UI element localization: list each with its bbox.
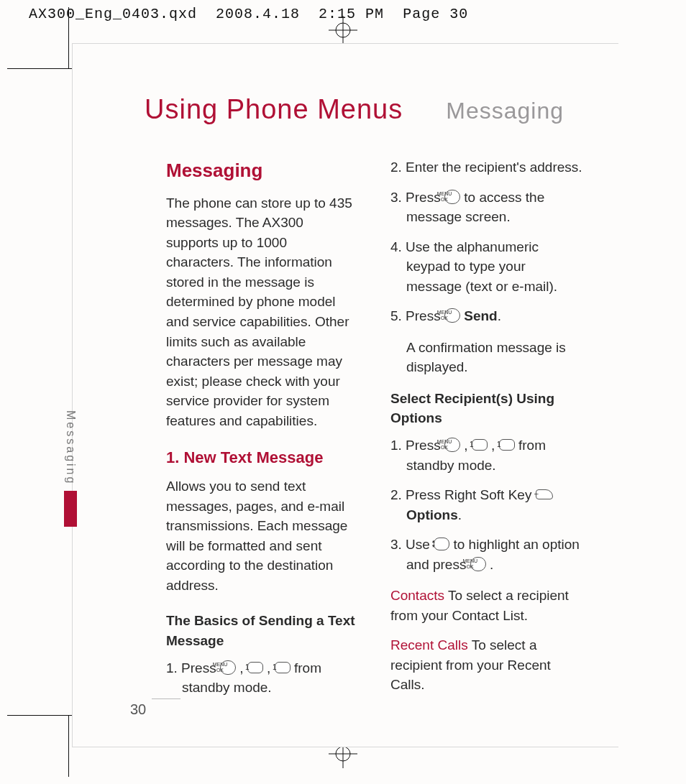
crop-mark — [7, 715, 72, 716]
menu-ok-key-icon: MENUOK — [220, 660, 236, 675]
step: 3. Use to highlight an option and press … — [390, 535, 582, 574]
heading-basics: The Basics of Sending a Text Message — [166, 611, 358, 650]
option-recent-calls: Recent Calls To select a recipient from … — [390, 635, 582, 695]
key-1-icon: 1 — [275, 662, 291, 673]
page-number-rule — [152, 698, 180, 699]
heading-select-recipients: Select Recipient(s) Using Options — [390, 389, 582, 428]
menu-ok-key-icon: MENUOK — [470, 557, 486, 571]
crop-mark — [7, 68, 72, 69]
side-tab: Messaging — [64, 410, 77, 527]
page-subtitle: Messaging — [446, 98, 564, 124]
heading-messaging: Messaging — [166, 157, 358, 185]
menu-ok-key-icon: MENUOK — [444, 190, 460, 204]
key-1-icon: 1 — [499, 439, 515, 451]
menu-ok-key-icon: MENUOK — [444, 308, 460, 323]
step: 4. Use the alphanumeric keypad to type y… — [390, 237, 582, 297]
title-row: Using Phone Menus Messaging — [145, 94, 582, 125]
heading-new-text-message: 1. New Text Message — [166, 446, 358, 469]
meta-filename: AX300_Eng_0403.qxd — [29, 6, 197, 22]
step: 5. Press MENUOK Send. — [390, 306, 582, 326]
column-right: 2. Enter the recipient's address. 3. Pre… — [390, 157, 582, 709]
steps-basics: 1. Press MENUOK , 1 , 1 from standby mod… — [166, 658, 358, 698]
step: 2. Press Right Soft Key Options. — [390, 485, 582, 525]
step: 1. Press MENUOK , 1 , 1 from standby mod… — [390, 435, 582, 475]
key-1-icon: 1 — [472, 439, 488, 451]
right-soft-key-icon — [536, 489, 553, 499]
paragraph: Allows you to send text messages, pages,… — [166, 476, 358, 595]
side-tab-label: Messaging — [64, 410, 77, 485]
step: 2. Enter the recipient's address. — [390, 157, 582, 177]
registration-mark-top — [329, 16, 357, 45]
menu-ok-key-icon: MENUOK — [444, 438, 460, 452]
columns: Messaging The phone can store up to 435 … — [166, 157, 582, 709]
option-label: Contacts — [390, 588, 444, 603]
side-tab-bar — [64, 491, 77, 527]
content-frame: Messaging Using Phone Menus Messaging Me… — [72, 43, 618, 747]
nav-up-down-key-icon — [434, 538, 449, 550]
steps-basics-cont: 2. Enter the recipient's address. 3. Pre… — [390, 157, 582, 326]
crop-mark — [68, 7, 69, 68]
option-label: Recent Calls — [390, 637, 468, 652]
meta-page: Page 30 — [403, 6, 468, 22]
confirmation-note: A confirmation message is displayed. — [390, 338, 582, 377]
steps-options: 1. Press MENUOK , 1 , 1 from standby mod… — [390, 435, 582, 574]
key-1-icon: 1 — [247, 662, 263, 673]
manual-page: AX300_Eng_0403.qxd 2008.4.18 2:15 PM Pag… — [0, 0, 686, 784]
step: 3. Press MENUOK to access the message sc… — [390, 188, 582, 227]
page-number: 30 — [130, 701, 146, 718]
meta-date: 2008.4.18 — [216, 6, 300, 22]
crop-mark — [68, 716, 69, 777]
column-left: Messaging The phone can store up to 435 … — [166, 157, 358, 709]
page-title: Using Phone Menus — [145, 94, 403, 125]
option-contacts: Contacts To select a recipient from your… — [390, 586, 582, 625]
step: 1. Press MENUOK , 1 , 1 from standby mod… — [166, 658, 358, 698]
paragraph: The phone can store up to 435 messages. … — [166, 193, 358, 431]
